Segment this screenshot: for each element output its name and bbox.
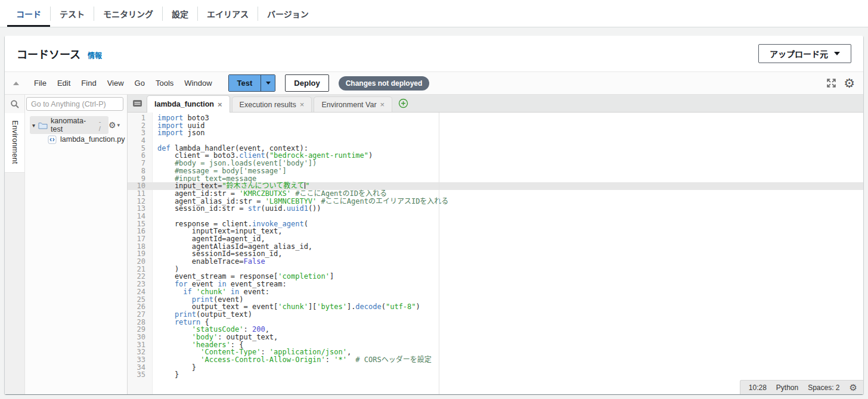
nav-tab[interactable]: モニタリング bbox=[94, 0, 162, 27]
tree-file-row[interactable]: lambda_function.py bbox=[30, 133, 125, 145]
code-line[interactable]: 1import boto3 bbox=[128, 114, 863, 122]
line-number: 33 bbox=[128, 356, 153, 364]
info-link[interactable]: 情報 bbox=[88, 50, 102, 60]
new-tab-plus-icon[interactable] bbox=[398, 98, 408, 108]
menu-item[interactable]: File bbox=[29, 79, 52, 88]
nav-tab[interactable]: テスト bbox=[51, 0, 94, 27]
chevron-down-icon bbox=[834, 52, 840, 55]
editor-settings-gear-icon[interactable]: ⚙ bbox=[844, 76, 855, 91]
nav-tab[interactable]: コード bbox=[7, 0, 50, 27]
line-number: 2 bbox=[128, 122, 153, 130]
line-number: 8 bbox=[128, 167, 153, 175]
close-tab-icon[interactable]: × bbox=[380, 101, 385, 108]
file-name: lambda_function.py bbox=[60, 135, 125, 144]
editor-tab-label: lambda_function bbox=[154, 100, 214, 108]
test-dropdown-button[interactable] bbox=[261, 75, 275, 91]
search-icon bbox=[5, 95, 24, 113]
line-number: 3 bbox=[128, 129, 153, 137]
tree-folder-row[interactable]: ▾ kanomata-test - / ⚙▾ bbox=[30, 119, 125, 131]
menu-item[interactable]: Find bbox=[76, 79, 101, 88]
folder-icon bbox=[38, 121, 48, 129]
language-mode[interactable]: Python bbox=[776, 384, 798, 392]
line-number: 35 bbox=[128, 371, 153, 379]
code-line[interactable]: 27 print(output_text) bbox=[128, 311, 863, 319]
panel-header: コードソース 情報 アップロード元 bbox=[5, 36, 863, 71]
menu-item[interactable]: Go bbox=[129, 79, 150, 88]
test-button[interactable]: Test bbox=[229, 75, 261, 91]
chevron-down-icon bbox=[266, 82, 271, 85]
test-split-button[interactable]: Test bbox=[228, 74, 276, 92]
folder-suffix: - / bbox=[99, 118, 104, 132]
deploy-button[interactable]: Deploy bbox=[285, 74, 328, 92]
goto-anything-input[interactable] bbox=[26, 97, 123, 111]
code-line[interactable]: 33 'Access-Control-Allow-Origin': '*' # … bbox=[128, 356, 863, 364]
editor-tab[interactable]: Environment Var× bbox=[314, 96, 392, 112]
indentation-setting[interactable]: Spaces: 2 bbox=[808, 384, 839, 392]
collapse-menubar-icon[interactable] bbox=[13, 82, 19, 85]
line-number: 1 bbox=[128, 114, 153, 122]
code-editor[interactable]: 1import boto32import uuid3import json45d… bbox=[128, 113, 863, 394]
function-tabs: コードテストモニタリング設定エイリアスバージョン bbox=[0, 0, 868, 27]
file-tree-sidebar: ▾ kanomata-test - / ⚙▾ bbox=[25, 95, 128, 394]
line-number: 30 bbox=[128, 333, 153, 341]
close-tab-icon[interactable]: × bbox=[218, 101, 222, 108]
line-number: 17 bbox=[128, 235, 153, 243]
editor-tab[interactable]: lambda_function× bbox=[147, 95, 230, 113]
line-number: 20 bbox=[128, 258, 153, 266]
chevron-down-icon[interactable]: ▾ bbox=[32, 122, 35, 129]
deploy-status-badge: Changes not deployed bbox=[339, 76, 430, 91]
fullscreen-icon[interactable] bbox=[826, 78, 836, 88]
file-tree: ▾ kanomata-test - / ⚙▾ bbox=[25, 113, 127, 394]
open-files-list-icon[interactable] bbox=[132, 99, 142, 108]
editor-tab[interactable]: Execution results× bbox=[232, 96, 312, 112]
editor-tab-label: Environment Var bbox=[321, 101, 376, 109]
line-number: 10 bbox=[128, 182, 153, 190]
line-number: 6 bbox=[128, 152, 153, 160]
upload-from-button[interactable]: アップロード元 bbox=[758, 44, 851, 63]
editor-tab-label: Execution results bbox=[240, 101, 296, 109]
line-number: 7 bbox=[128, 160, 153, 167]
editor-statusbar: 10:28 Python Spaces: 2 ⚙ bbox=[740, 380, 863, 394]
line-number: 23 bbox=[128, 280, 153, 288]
nav-tab[interactable]: 設定 bbox=[163, 0, 197, 27]
line-number: 27 bbox=[128, 311, 153, 319]
line-number: 11 bbox=[128, 190, 153, 198]
nav-tab[interactable]: エイリアス bbox=[198, 0, 258, 27]
menu-item[interactable]: Edit bbox=[52, 79, 76, 88]
editor-tabbar: lambda_function×Execution results×Enviro… bbox=[128, 95, 863, 113]
menubar: FileEditFindViewGoToolsWindow Test Deplo… bbox=[5, 72, 863, 95]
statusbar-gear-icon[interactable]: ⚙ bbox=[850, 382, 857, 393]
python-file-icon bbox=[48, 135, 57, 144]
code-source-panel: コードソース 情報 アップロード元 FileEditFindViewGoTool… bbox=[5, 36, 863, 394]
tree-settings-gear-icon[interactable]: ⚙▾ bbox=[108, 120, 120, 130]
menu-item[interactable]: Window bbox=[179, 79, 217, 88]
code-line[interactable]: 35 } bbox=[128, 371, 863, 379]
menu-item[interactable]: Tools bbox=[150, 79, 179, 88]
close-tab-icon[interactable]: × bbox=[300, 101, 305, 108]
folder-name: kanomata-test bbox=[51, 117, 95, 133]
line-number: 5 bbox=[128, 145, 153, 152]
code-line[interactable]: 20 enableTrace=False bbox=[128, 258, 863, 266]
line-number: 4 bbox=[128, 137, 153, 145]
left-icon-strip: Environment bbox=[5, 95, 25, 394]
line-number: 14 bbox=[128, 213, 153, 220]
line-number: 24 bbox=[128, 288, 153, 296]
ide-editor: FileEditFindViewGoToolsWindow Test Deplo… bbox=[5, 71, 863, 394]
code-line[interactable]: 2import uuid bbox=[128, 122, 863, 130]
code-line[interactable]: 34 } bbox=[128, 364, 863, 372]
code-line[interactable]: 3import json bbox=[128, 129, 863, 137]
nav-tab[interactable]: バージョン bbox=[258, 0, 318, 27]
environment-panel-tab[interactable]: Environment bbox=[5, 113, 24, 173]
editor-pane: lambda_function×Execution results×Enviro… bbox=[128, 95, 863, 394]
menu-item[interactable]: View bbox=[102, 79, 129, 88]
code-line[interactable]: 13 session_id:str = str(uuid.uuid1()) bbox=[128, 205, 863, 213]
line-number: 26 bbox=[128, 303, 153, 311]
cursor-position[interactable]: 10:28 bbox=[749, 384, 767, 392]
page-title: コードソース bbox=[17, 46, 80, 61]
